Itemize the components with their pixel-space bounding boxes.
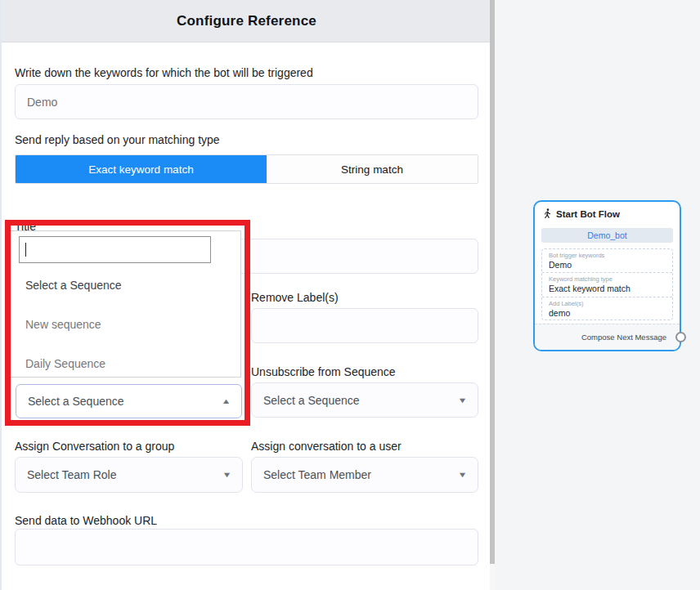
flow-node-fields: Bot trigger keywords Demo Keyword matchi… — [541, 248, 673, 320]
compose-next-message-area: Compose Next Message — [535, 324, 680, 350]
remove-labels-input[interactable] — [251, 308, 478, 343]
walking-person-icon — [543, 208, 552, 219]
flow-field-row: Bot trigger keywords Demo — [542, 249, 672, 273]
webhook-input[interactable] — [15, 529, 478, 565]
flow-field-label: Keyword matching type — [549, 275, 666, 283]
subscribe-sequence-value: Select a Sequence — [28, 395, 124, 408]
text-cursor — [25, 243, 26, 257]
sequence-search-input[interactable] — [19, 236, 211, 263]
flow-connector-handle[interactable] — [675, 332, 686, 342]
start-bot-flow-node[interactable]: Start Bot Flow Demo_bot Bot trigger keyw… — [533, 200, 681, 351]
flow-field-value: Exact keyword match — [549, 284, 666, 293]
flow-field-value: demo — [549, 308, 666, 318]
bot-name-chip[interactable]: Demo_bot — [541, 228, 673, 243]
matching-type-label: Send reply based on your matching type — [15, 133, 220, 146]
flow-node-header: Start Bot Flow — [543, 208, 620, 219]
assign-user-label: Assign conversation to a user — [251, 440, 402, 453]
caret-down-icon: ▼ — [222, 471, 232, 479]
assign-user-value: Select Team Member — [263, 468, 371, 481]
configure-form-panel: Configure Reference Write down the keywo… — [0, 0, 490, 590]
keywords-input[interactable] — [15, 84, 478, 119]
matching-type-tabs: Exact keyword match String match — [15, 154, 478, 184]
sequence-option-daily-sequence[interactable]: Daily Sequence — [9, 347, 240, 380]
assign-group-value: Select Team Role — [27, 468, 116, 481]
tab-string-match[interactable]: String match — [267, 155, 478, 183]
flow-field-label: Bot trigger keywords — [549, 252, 666, 259]
sequence-dropdown-panel: Select a Sequence New sequence Daily Seq… — [8, 230, 241, 378]
unsubscribe-sequence-value: Select a Sequence — [263, 394, 360, 407]
panel-header: Configure Reference — [2, 0, 491, 42]
flow-field-row: Add Label(s) demo — [542, 297, 672, 320]
webhook-label: Send data to Webhook URL — [15, 514, 157, 527]
keywords-label: Write down the keywords for which the bo… — [15, 66, 313, 79]
assign-user-select[interactable]: Select Team Member ▼ — [251, 457, 478, 493]
tab-exact-keyword-match[interactable]: Exact keyword match — [16, 155, 267, 183]
assign-group-select[interactable]: Select Team Role ▼ — [15, 457, 243, 493]
flow-field-label: Add Label(s) — [549, 300, 666, 307]
flow-field-value: Demo — [549, 260, 666, 270]
caret-down-icon: ▼ — [458, 396, 468, 405]
caret-down-icon: ▼ — [458, 471, 468, 479]
caret-up-icon: ▲ — [222, 397, 231, 405]
subscribe-sequence-select[interactable]: Select a Sequence ▲ — [16, 384, 242, 418]
flow-node-title: Start Bot Flow — [556, 209, 620, 219]
compose-next-message-label: Compose Next Message — [581, 333, 666, 342]
assign-group-label: Assign Conversation to a group — [15, 440, 174, 453]
unsubscribe-sequence-label: Unsubscribe from Sequence — [251, 365, 396, 378]
sequence-option-select-a-sequence[interactable]: Select a Sequence — [9, 269, 240, 302]
unsubscribe-sequence-select[interactable]: Select a Sequence ▼ — [251, 382, 478, 418]
page-title: Configure Reference — [177, 13, 316, 29]
remove-labels-label: Remove Label(s) — [251, 291, 339, 304]
sequence-option-new-sequence[interactable]: New sequence — [9, 308, 240, 341]
flow-field-row: Keyword matching type Exact keyword matc… — [542, 273, 672, 297]
